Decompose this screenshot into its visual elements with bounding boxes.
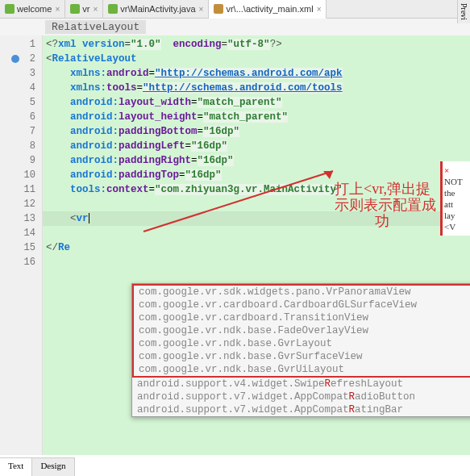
close-icon[interactable]: × xyxy=(93,5,98,14)
autocomplete-other-group: android.support.v4.widget.SwipeRefreshLa… xyxy=(132,378,470,416)
code-area[interactable]: <?xml version="1.0" encoding="utf-8"?> <… xyxy=(43,35,470,455)
tab-welcome[interactable]: welcome× xyxy=(0,0,65,18)
close-icon[interactable]: × xyxy=(199,5,204,14)
breadcrumb[interactable]: RelativeLayout xyxy=(0,19,470,35)
autocomplete-item[interactable]: android.support.v7.widget.AppCompatRatin… xyxy=(132,403,470,416)
autocomplete-item[interactable]: com.google.vr.sdk.widgets.pano.VrPanoram… xyxy=(134,286,470,299)
autocomplete-item[interactable]: com.google.vr.cardboard.TransitionView xyxy=(134,311,470,324)
autocomplete-item[interactable]: android.support.v7.widget.AppCompatRadio… xyxy=(132,390,470,403)
autocomplete-item[interactable]: com.google.vr.ndk.base.GvrSurfaceView xyxy=(134,350,470,363)
autocomplete-item[interactable]: com.google.vr.ndk.base.GvrUiLayout xyxy=(134,363,470,376)
java-icon xyxy=(108,4,118,14)
java-icon xyxy=(70,4,80,14)
autocomplete-item[interactable]: com.google.vr.ndk.base.FadeOverlayView xyxy=(134,324,470,337)
side-hint-panel: × NOT the att lay <V xyxy=(440,161,470,236)
autocomplete-item[interactable]: com.google.vr.ndk.base.GvrLayout xyxy=(134,337,470,350)
editor-tabs: welcome× vr× vr\MainActivity.java× vr\..… xyxy=(0,0,470,19)
tab-text[interactable]: Text xyxy=(0,458,32,476)
text-cursor xyxy=(89,213,89,223)
close-icon[interactable]: × xyxy=(55,5,60,14)
xml-icon xyxy=(214,4,223,14)
line-gutter: 1 2 3 4 5 6 7 8 9 10 11 12 13 14 15 16 xyxy=(0,35,43,455)
java-icon xyxy=(5,4,15,14)
bottom-tabs: Text Design xyxy=(0,457,75,476)
close-icon[interactable]: × xyxy=(317,5,322,14)
code-editor[interactable]: 1 2 3 4 5 6 7 8 9 10 11 12 13 14 15 16 <… xyxy=(0,35,470,455)
autocomplete-item[interactable]: com.google.vr.cardboard.CardboardGLSurfa… xyxy=(134,299,470,311)
breakpoint-icon[interactable] xyxy=(11,55,19,63)
tab-design[interactable]: Design xyxy=(32,458,74,476)
close-icon[interactable]: × xyxy=(444,165,468,176)
tab-vr[interactable]: vr× xyxy=(65,0,103,18)
tab-mainactivity[interactable]: vr\MainActivity.java× xyxy=(103,0,209,18)
autocomplete-popup[interactable]: com.google.vr.sdk.widgets.pano.VrPanoram… xyxy=(131,283,470,417)
autocomplete-vr-group: com.google.vr.sdk.widgets.pano.VrPanoram… xyxy=(132,284,470,378)
tab-activity-main-xml[interactable]: vr\...\activity_main.xml× xyxy=(209,0,327,19)
autocomplete-item[interactable]: android.support.v4.widget.SwipeRefreshLa… xyxy=(132,378,470,390)
preview-panel-tab[interactable]: Previ xyxy=(457,0,470,23)
